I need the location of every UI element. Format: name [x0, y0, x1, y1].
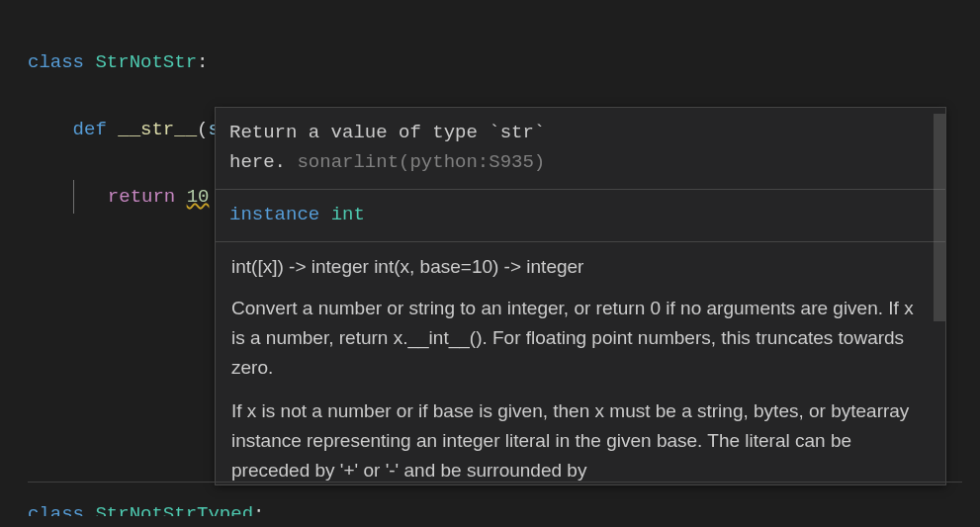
keyword-def: def	[73, 119, 107, 140]
diagnostic-message-line2: here. sonarlint(python:S935)	[229, 147, 932, 177]
diagnostic-section: Return a value of type `str` here. sonar…	[216, 108, 945, 190]
class-name: StrNotStr	[95, 51, 197, 73]
tooltip-scrollbar[interactable]	[934, 108, 945, 484]
doc-signature: int([x]) -> integer int(x, base=10) -> i…	[231, 252, 930, 282]
return-value-literal[interactable]: 10	[187, 186, 210, 208]
keyword-class: class	[28, 51, 84, 73]
hover-tooltip[interactable]: Return a value of type `str` here. sonar…	[215, 107, 946, 485]
diagnostic-source: sonarlint(python:S935)	[297, 151, 545, 173]
code-line-peek[interactable]: class StrNotStrTyped:	[28, 503, 264, 525]
class-name: StrNotStrTyped	[95, 503, 253, 525]
code-line[interactable]: class StrNotStr:	[28, 45, 980, 79]
scrollbar-thumb[interactable]	[934, 114, 945, 321]
doc-paragraph: Convert a number or string to an integer…	[231, 294, 930, 383]
diagnostic-message-line1: Return a value of type `str`	[229, 118, 932, 147]
type-name: int	[331, 204, 365, 225]
type-keyword: instance	[229, 204, 319, 225]
type-info-section: instance int	[216, 190, 945, 242]
separator-line	[28, 482, 962, 483]
keyword-return: return	[108, 186, 175, 208]
colon: :	[197, 51, 208, 73]
documentation-section: int([x]) -> integer int(x, base=10) -> i…	[216, 242, 945, 484]
indent-guide	[73, 180, 74, 214]
method-name: __str__	[118, 119, 197, 140]
doc-paragraph: If x is not a number or if base is given…	[231, 396, 930, 484]
keyword-class: class	[28, 503, 84, 525]
